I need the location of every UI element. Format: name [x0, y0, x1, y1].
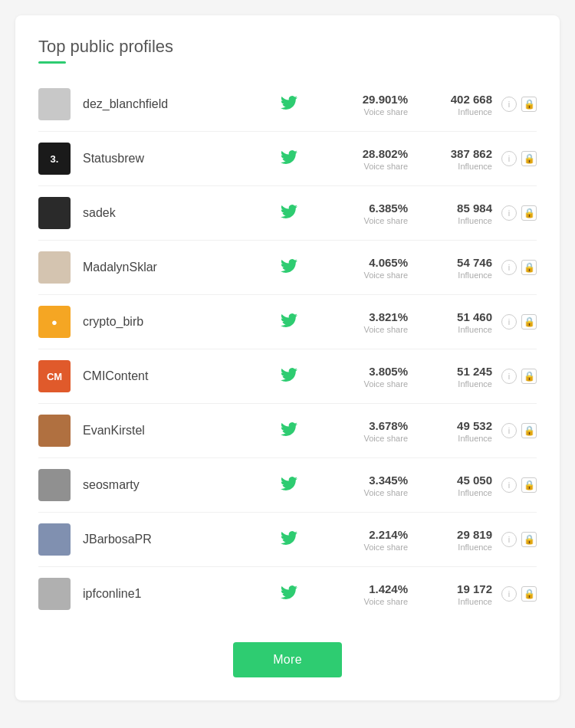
list-item: ipfconline1 1.424% Voice share 19 172 In… [38, 567, 537, 621]
info-icon[interactable]: i [501, 423, 517, 438]
twitter-icon [278, 257, 301, 277]
avatar [38, 88, 71, 120]
voice-share-stat: 28.802% Voice share [324, 146, 408, 171]
voice-share-value: 29.901% [324, 92, 408, 107]
top-profiles-card: Top public profiles dez_blanchfield 29.9… [15, 15, 560, 700]
info-icon[interactable]: i [501, 532, 517, 547]
twitter-icon [278, 149, 301, 169]
influence-stat: 45 050 Influence [423, 473, 492, 497]
action-icons: i 🔒 [501, 151, 537, 166]
info-icon[interactable]: i [501, 97, 517, 112]
info-icon[interactable]: i [501, 260, 517, 275]
action-icons: i 🔒 [501, 260, 537, 275]
influence-stat: 54 746 Influence [423, 255, 492, 280]
influence-value: 85 984 [423, 201, 492, 216]
voice-share-stat: 6.385% Voice share [324, 201, 408, 225]
more-button[interactable]: More [233, 642, 342, 677]
info-icon[interactable]: i [501, 151, 517, 166]
twitter-icon [278, 584, 301, 604]
voice-share-value: 1.424% [324, 582, 408, 597]
list-item: seosmarty 3.345% Voice share 45 050 Infl… [38, 458, 537, 513]
avatar: CM [38, 360, 71, 392]
avatar [38, 523, 71, 556]
influence-value: 49 532 [423, 418, 492, 434]
voice-share-stat: 3.345% Voice share [324, 473, 408, 497]
voice-share-value: 28.802% [324, 146, 408, 162]
influence-label: Influence [423, 325, 492, 334]
influence-label: Influence [423, 488, 492, 497]
influence-stat: 19 172 Influence [423, 582, 492, 606]
username-label: dez_blanchfield [83, 97, 278, 111]
voice-share-value: 2.214% [324, 527, 408, 543]
voice-share-label: Voice share [324, 271, 408, 280]
info-icon[interactable]: i [501, 314, 517, 330]
action-icons: i 🔒 [501, 314, 537, 330]
lock-icon[interactable]: 🔒 [521, 314, 537, 330]
voice-share-stat: 2.214% Voice share [324, 527, 408, 552]
lock-icon[interactable]: 🔒 [521, 369, 537, 384]
lock-icon[interactable]: 🔒 [521, 586, 537, 602]
influence-value: 29 819 [423, 527, 492, 543]
page-title: Top public profiles [38, 37, 537, 57]
lock-icon[interactable]: 🔒 [521, 260, 537, 275]
twitter-icon [278, 421, 301, 441]
voice-share-stat: 29.901% Voice share [324, 92, 408, 116]
list-item: JBarbosaPR 2.214% Voice share 29 819 Inf… [38, 513, 537, 567]
list-item: sadek 6.385% Voice share 85 984 Influenc… [38, 186, 537, 241]
voice-share-stat: 3.678% Voice share [324, 418, 408, 443]
info-icon[interactable]: i [501, 369, 517, 384]
lock-icon[interactable]: 🔒 [521, 477, 537, 493]
username-label: MadalynSklar [83, 261, 278, 274]
info-icon[interactable]: i [501, 586, 517, 602]
twitter-icon [278, 530, 301, 549]
avatar [38, 415, 71, 447]
twitter-icon [278, 475, 301, 495]
lock-icon[interactable]: 🔒 [521, 205, 537, 221]
avatar [38, 197, 71, 229]
influence-label: Influence [423, 271, 492, 280]
lock-icon[interactable]: 🔒 [521, 423, 537, 438]
avatar: ● [38, 306, 71, 338]
influence-value: 19 172 [423, 582, 492, 597]
voice-share-stat: 1.424% Voice share [324, 582, 408, 606]
influence-stat: 29 819 Influence [423, 527, 492, 552]
voice-share-stat: 4.065% Voice share [324, 255, 408, 280]
more-button-container: More [38, 642, 537, 677]
action-icons: i 🔒 [501, 97, 537, 112]
voice-share-stat: 3.821% Voice share [324, 310, 408, 334]
list-item: EvanKirstel 3.678% Voice share 49 532 In… [38, 404, 537, 458]
voice-share-value: 3.805% [324, 364, 408, 379]
list-item: 3. Statusbrew 28.802% Voice share 387 86… [38, 132, 537, 186]
info-icon[interactable]: i [501, 205, 517, 221]
influence-value: 51 245 [423, 364, 492, 379]
influence-value: 54 746 [423, 255, 492, 271]
voice-share-label: Voice share [324, 216, 408, 225]
twitter-icon [278, 366, 301, 386]
avatar: 3. [38, 143, 71, 175]
voice-share-label: Voice share [324, 325, 408, 334]
voice-share-label: Voice share [324, 162, 408, 171]
influence-label: Influence [423, 107, 492, 116]
avatar [38, 578, 71, 610]
voice-share-value: 3.678% [324, 418, 408, 434]
username-label: Statusbrew [83, 152, 278, 166]
lock-icon[interactable]: 🔒 [521, 151, 537, 166]
voice-share-label: Voice share [324, 597, 408, 606]
username-label: JBarbosaPR [83, 533, 278, 546]
influence-value: 387 862 [423, 146, 492, 162]
influence-stat: 49 532 Influence [423, 418, 492, 443]
voice-share-stat: 3.805% Voice share [324, 364, 408, 389]
action-icons: i 🔒 [501, 205, 537, 221]
info-icon[interactable]: i [501, 477, 517, 493]
influence-label: Influence [423, 162, 492, 171]
lock-icon[interactable]: 🔒 [521, 532, 537, 547]
lock-icon[interactable]: 🔒 [521, 97, 537, 112]
influence-label: Influence [423, 216, 492, 225]
influence-label: Influence [423, 379, 492, 389]
influence-label: Influence [423, 597, 492, 606]
influence-stat: 387 862 Influence [423, 146, 492, 171]
action-icons: i 🔒 [501, 423, 537, 438]
list-item: MadalynSklar 4.065% Voice share 54 746 I… [38, 241, 537, 295]
username-label: sadek [83, 206, 278, 220]
influence-stat: 85 984 Influence [423, 201, 492, 225]
